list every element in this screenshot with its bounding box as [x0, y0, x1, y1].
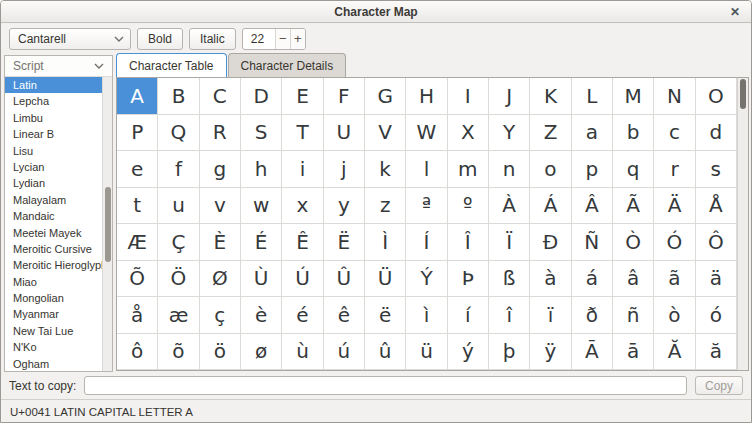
character-cell[interactable]: ò — [654, 297, 695, 334]
character-cell[interactable]: Î — [448, 224, 489, 261]
character-cell[interactable]: z — [365, 188, 406, 225]
decrease-size-button[interactable]: − — [275, 29, 290, 49]
character-cell[interactable]: X — [448, 115, 489, 152]
tab-character-details[interactable]: Character Details — [228, 53, 347, 77]
character-cell[interactable]: C — [200, 78, 241, 115]
bold-button[interactable]: Bold — [137, 28, 183, 50]
character-cell[interactable]: ç — [200, 297, 241, 334]
character-cell[interactable]: þ — [489, 334, 530, 371]
character-cell[interactable]: ý — [448, 334, 489, 371]
script-list-item[interactable]: New Tai Lue — [5, 323, 102, 339]
character-cell[interactable]: ø — [241, 334, 282, 371]
character-cell[interactable]: ă — [696, 334, 737, 371]
character-cell[interactable]: u — [158, 188, 199, 225]
character-cell[interactable]: û — [365, 334, 406, 371]
character-cell[interactable]: V — [365, 115, 406, 152]
character-cell[interactable]: ù — [282, 334, 323, 371]
character-cell[interactable]: î — [489, 297, 530, 334]
script-list-item[interactable]: Latin — [5, 77, 102, 93]
character-cell[interactable]: D — [241, 78, 282, 115]
character-cell[interactable]: Ê — [282, 224, 323, 261]
character-cell[interactable]: ö — [200, 334, 241, 371]
character-cell[interactable]: ï — [530, 297, 571, 334]
character-cell[interactable]: á — [572, 261, 613, 298]
character-cell[interactable]: g — [200, 151, 241, 188]
character-cell[interactable]: J — [489, 78, 530, 115]
character-cell[interactable]: T — [282, 115, 323, 152]
character-cell[interactable]: å — [117, 297, 158, 334]
character-cell[interactable]: Õ — [117, 261, 158, 298]
character-cell[interactable]: è — [241, 297, 282, 334]
character-cell[interactable]: æ — [158, 297, 199, 334]
character-cell[interactable]: É — [241, 224, 282, 261]
character-cell[interactable]: K — [530, 78, 571, 115]
script-list-item[interactable]: Mandaic — [5, 208, 102, 224]
script-list-item[interactable]: Lycian — [5, 159, 102, 175]
tab-character-table[interactable]: Character Table — [116, 53, 227, 77]
character-cell[interactable]: Ā — [572, 334, 613, 371]
close-icon[interactable]: ✕ — [727, 4, 743, 20]
script-list-item[interactable]: Meetei Mayek — [5, 225, 102, 241]
character-cell[interactable]: k — [365, 151, 406, 188]
character-cell[interactable]: I — [448, 78, 489, 115]
character-cell[interactable]: Ó — [654, 224, 695, 261]
character-cell[interactable]: P — [117, 115, 158, 152]
character-cell[interactable]: H — [406, 78, 447, 115]
character-cell[interactable]: ã — [654, 261, 695, 298]
character-cell[interactable]: À — [489, 188, 530, 225]
character-cell[interactable]: m — [448, 151, 489, 188]
character-cell[interactable]: f — [158, 151, 199, 188]
increase-size-button[interactable]: + — [290, 29, 305, 49]
character-cell[interactable]: t — [117, 188, 158, 225]
character-cell[interactable]: Ð — [530, 224, 571, 261]
character-cell[interactable]: A — [117, 78, 158, 115]
character-cell[interactable]: Ý — [406, 261, 447, 298]
copy-button[interactable]: Copy — [695, 376, 743, 395]
character-cell[interactable]: õ — [158, 334, 199, 371]
script-list-item[interactable]: Malayalam — [5, 192, 102, 208]
character-cell[interactable]: O — [696, 78, 737, 115]
character-cell[interactable]: ÿ — [530, 334, 571, 371]
character-cell[interactable]: È — [200, 224, 241, 261]
character-cell[interactable]: Ã — [613, 188, 654, 225]
character-cell[interactable]: o — [530, 151, 571, 188]
character-cell[interactable]: j — [324, 151, 365, 188]
character-cell[interactable]: M — [613, 78, 654, 115]
character-cell[interactable]: w — [241, 188, 282, 225]
character-cell[interactable]: L — [572, 78, 613, 115]
script-list-item[interactable]: Linear B — [5, 126, 102, 142]
script-list-item[interactable]: Limbu — [5, 110, 102, 126]
grid-scrollbar-thumb[interactable] — [740, 79, 746, 109]
character-cell[interactable]: â — [613, 261, 654, 298]
character-cell[interactable]: Ä — [654, 188, 695, 225]
script-list-item[interactable]: Ogham — [5, 356, 102, 371]
script-list-item[interactable]: Myanmar — [5, 306, 102, 322]
script-list-item[interactable]: Meroitic Cursive — [5, 241, 102, 257]
character-cell[interactable]: b — [613, 115, 654, 152]
font-size-value[interactable]: 22 — [243, 32, 275, 46]
character-cell[interactable]: e — [117, 151, 158, 188]
character-cell[interactable]: E — [282, 78, 323, 115]
sidebar-scrollbar[interactable] — [102, 77, 112, 371]
character-cell[interactable]: ü — [406, 334, 447, 371]
character-cell[interactable]: Ü — [365, 261, 406, 298]
character-cell[interactable]: Â — [572, 188, 613, 225]
character-cell[interactable]: Þ — [448, 261, 489, 298]
character-cell[interactable]: Ñ — [572, 224, 613, 261]
character-cell[interactable]: Ô — [696, 224, 737, 261]
character-cell[interactable]: F — [324, 78, 365, 115]
character-cell[interactable]: q — [613, 151, 654, 188]
character-cell[interactable]: R — [200, 115, 241, 152]
character-cell[interactable]: à — [530, 261, 571, 298]
script-list-item[interactable]: N'Ko — [5, 339, 102, 355]
character-cell[interactable]: l — [406, 151, 447, 188]
character-cell[interactable]: Ø — [200, 261, 241, 298]
script-list-item[interactable]: Lisu — [5, 143, 102, 159]
italic-button[interactable]: Italic — [189, 28, 236, 50]
font-family-dropdown[interactable]: Cantarell — [9, 28, 131, 50]
character-cell[interactable]: ð — [572, 297, 613, 334]
character-cell[interactable]: Ú — [282, 261, 323, 298]
character-cell[interactable]: G — [365, 78, 406, 115]
character-cell[interactable]: ñ — [613, 297, 654, 334]
script-list-item[interactable]: Mongolian — [5, 290, 102, 306]
